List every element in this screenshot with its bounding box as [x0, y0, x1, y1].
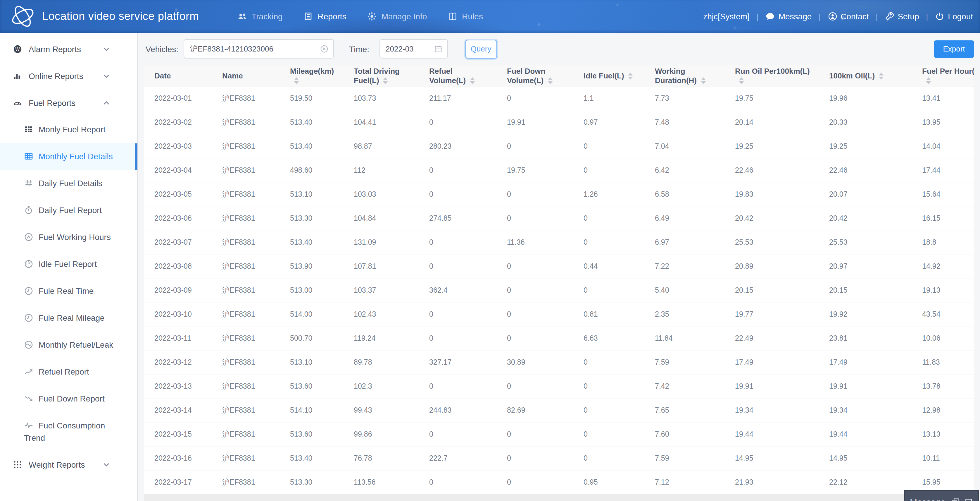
- cell-fuel_per_hour_l: 14.92: [912, 255, 974, 279]
- sidebar-item-fule-real-mileage[interactable]: Fule Real Mileage: [0, 305, 137, 332]
- cell-working_duration_h: 7.60: [644, 423, 724, 447]
- sidebar-item-daily-fuel-report[interactable]: Daily Fuel Report: [0, 197, 137, 224]
- separator: |: [876, 12, 878, 21]
- calendar-icon[interactable]: [434, 45, 442, 53]
- cell-refuel_volume_l: 0: [418, 375, 496, 399]
- cell-oil_100km_l: 19.91: [819, 375, 912, 399]
- cell-fuel_down_volume_l: 0: [496, 471, 573, 494]
- table-row[interactable]: 2022-03-11沪EF8381500.70119.24006.6311.84…: [144, 327, 974, 351]
- cell-oil_100km_l: 23.81: [819, 327, 912, 351]
- table-row[interactable]: 2022-03-01沪EF8381519.50103.73211.1701.17…: [144, 87, 974, 111]
- cell-refuel_volume_l: 274.85: [418, 207, 496, 231]
- sort-caret-icon[interactable]: [628, 72, 633, 79]
- sidebar-item-monthly-refuel-leak[interactable]: Monthly Refuel/Leak: [0, 332, 137, 359]
- column-header-working_duration_h[interactable]: WorkingDuration(H): [644, 65, 724, 87]
- table-row[interactable]: 2022-03-14沪EF8381514.1099.43244.8382.690…: [144, 399, 974, 423]
- sidebar-item-label: Weight Reports: [29, 460, 85, 469]
- sort-caret-icon[interactable]: [879, 72, 883, 79]
- cell-name: 沪EF8381: [212, 183, 280, 207]
- sort-caret-icon[interactable]: [739, 77, 744, 84]
- nav-item-tracking[interactable]: Tracking: [227, 0, 293, 33]
- table-row[interactable]: 2022-03-05沪EF8381513.10103.03001.266.581…: [144, 183, 974, 207]
- maximize-window-icon[interactable]: [964, 497, 973, 501]
- cell-mileage_km: 498.60: [280, 159, 343, 183]
- cell-name: 沪EF8381: [212, 327, 280, 351]
- sidebar-item-monthly-fuel-details[interactable]: Monthly Fuel Details: [0, 144, 137, 170]
- book-icon: [448, 12, 457, 21]
- sidebar-item-online-reports[interactable]: Online Reports: [0, 62, 137, 89]
- cell-fuel_down_volume_l: 0: [496, 375, 573, 399]
- cell-oil_100km_l: 17.49: [819, 351, 912, 375]
- sidebar-item-alarm-reports[interactable]: WAlarm Reports: [0, 36, 137, 62]
- message-menu-item[interactable]: Message: [766, 12, 812, 21]
- table-row[interactable]: 2022-03-13沪EF8381513.60102.30007.4219.91…: [144, 375, 974, 399]
- nav-item-rules[interactable]: Rules: [438, 0, 493, 33]
- cell-mileage_km: 519.50: [280, 87, 343, 111]
- cell-total_driving_fuel_l: 99.86: [343, 423, 418, 447]
- table-row[interactable]: 2022-03-10沪EF8381514.00102.43000.812.351…: [144, 303, 974, 327]
- table-row[interactable]: 2022-03-15沪EF8381513.6099.860007.6019.44…: [144, 423, 974, 447]
- sort-caret-icon[interactable]: [294, 77, 299, 84]
- setup-menu-item[interactable]: Setup: [885, 12, 919, 21]
- sidebar-item-fuel-reports[interactable]: Fuel Reports: [0, 89, 137, 116]
- sidebar-item-idle-fuel-report[interactable]: Idle Fuel Report: [0, 251, 137, 278]
- table-row[interactable]: 2022-03-06沪EF8381513.30104.84274.85006.4…: [144, 207, 974, 231]
- column-header-idle_fuel_l[interactable]: Idle Fuel(L): [573, 65, 644, 87]
- cell-idle_fuel_l: 0: [573, 399, 644, 423]
- export-button[interactable]: Export: [934, 40, 974, 57]
- message-window-titlebar[interactable]: Message: [904, 490, 979, 501]
- horizontal-scrollbar[interactable]: [144, 495, 974, 501]
- cell-date: 2022-03-07: [144, 231, 212, 255]
- column-header-total_driving_fuel_l[interactable]: Total DrivingFuel(L): [343, 65, 418, 87]
- column-header-refuel_volume_l[interactable]: RefuelVolume(L): [418, 65, 496, 87]
- table-row[interactable]: 2022-03-03沪EF8381513.4098.87280.23007.04…: [144, 135, 974, 159]
- column-header-fuel_per_hour_l[interactable]: Fuel Per Hour(L: [912, 65, 974, 87]
- restore-window-icon[interactable]: [951, 498, 959, 501]
- table-row[interactable]: 2022-03-12沪EF8381513.1089.78327.1730.890…: [144, 351, 974, 375]
- gear-icon: [368, 12, 377, 21]
- chat-icon: [766, 12, 775, 21]
- query-button[interactable]: Query: [465, 40, 497, 58]
- nav-item-reports[interactable]: Reports: [293, 0, 357, 33]
- table-row[interactable]: 2022-03-02沪EF8381513.40104.41019.910.977…: [144, 111, 974, 135]
- svg-text:W: W: [15, 46, 20, 52]
- sidebar-item-fuel-working-hours[interactable]: Fuel Working Hours: [0, 224, 137, 251]
- table-row[interactable]: 2022-03-07沪EF8381513.40131.09011.3606.97…: [144, 231, 974, 255]
- column-header-mileage_km[interactable]: Mileage(km): [280, 65, 343, 87]
- sidebar-item-fuel-down-report[interactable]: Fuel Down Report: [0, 386, 137, 413]
- column-header-run_oil_per100km_l[interactable]: Run Oil Per100km(L): [724, 65, 819, 87]
- vehicles-input-wrap: [184, 39, 334, 59]
- cell-run_oil_per100km_l: 19.83: [724, 183, 819, 207]
- sidebar-item-label: Fule Real Mileage: [38, 313, 105, 322]
- table-row[interactable]: 2022-03-04沪EF8381498.60112019.7506.4222.…: [144, 159, 974, 183]
- sort-caret-icon[interactable]: [547, 77, 552, 84]
- sidebar-item-refuel-report[interactable]: Refuel Report: [0, 359, 137, 386]
- sidebar-item-monly-fuel-report[interactable]: Monly Fuel Report: [0, 116, 137, 144]
- cell-name: 沪EF8381: [212, 279, 280, 303]
- table-row[interactable]: 2022-03-08沪EF8381513.90107.81000.447.222…: [144, 255, 974, 279]
- logout-menu-item[interactable]: Logout: [935, 12, 973, 21]
- table-row[interactable]: 2022-03-17沪EF8381513.30113.56000.957.122…: [144, 471, 974, 494]
- cell-idle_fuel_l: 0: [573, 135, 644, 159]
- sidebar-item-fuel-consumption-trend[interactable]: Fuel Consumption Trend: [0, 413, 137, 451]
- cell-fuel_down_volume_l: 0: [496, 135, 573, 159]
- sort-caret-icon[interactable]: [926, 77, 931, 84]
- nav-item-manage-info[interactable]: Manage Info: [357, 0, 438, 33]
- contact-menu-item[interactable]: Contact: [828, 12, 869, 21]
- sort-caret-icon[interactable]: [470, 77, 474, 84]
- clear-circle-icon[interactable]: [320, 45, 329, 53]
- cell-idle_fuel_l: 0: [573, 351, 644, 375]
- vehicles-input[interactable]: [184, 45, 333, 53]
- sidebar-item-daily-fuel-details[interactable]: Daily Fuel Details: [0, 170, 137, 197]
- cell-date: 2022-03-05: [144, 183, 212, 207]
- cell-working_duration_h: 6.58: [644, 183, 724, 207]
- sort-caret-icon[interactable]: [701, 77, 705, 84]
- sidebar-item-weight-reports[interactable]: Weight Reports: [0, 451, 137, 478]
- column-header-fuel_down_volume_l[interactable]: Fuel DownVolume(L): [496, 65, 573, 87]
- column-header-oil_100km_l[interactable]: 100km Oil(L): [819, 65, 912, 87]
- sort-caret-icon[interactable]: [383, 77, 388, 84]
- sidebar-item-fule-real-time[interactable]: Fule Real Time: [0, 278, 137, 305]
- table-row[interactable]: 2022-03-09沪EF8381513.00103.37362.4005.40…: [144, 279, 974, 303]
- table-row[interactable]: 2022-03-16沪EF8381513.4076.78222.7007.591…: [144, 447, 974, 471]
- contact-icon: [828, 12, 837, 21]
